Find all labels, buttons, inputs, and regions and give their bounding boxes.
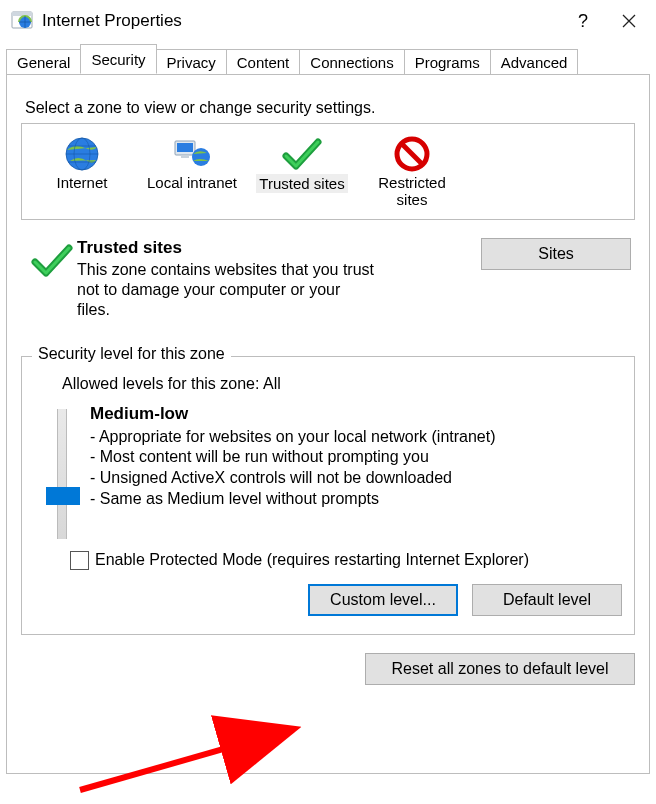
globe-icon [36, 134, 128, 174]
intranet-icon [146, 134, 238, 174]
checkmark-icon [256, 134, 348, 174]
tab-connections[interactable]: Connections [299, 49, 404, 75]
reset-all-zones-button[interactable]: Reset all zones to default level [365, 653, 635, 685]
sites-button[interactable]: Sites [481, 238, 631, 270]
allowed-levels-label: Allowed levels for this zone: All [62, 375, 622, 393]
zone-label: Internet [36, 174, 128, 191]
zone-restricted-sites[interactable]: Restricted sites [366, 132, 458, 209]
level-bullet: - Appropriate for websites on your local… [90, 427, 622, 448]
zone-local-intranet[interactable]: Local intranet [146, 132, 238, 209]
tab-strip: General Security Privacy Content Connect… [0, 42, 656, 74]
zone-label: Local intranet [146, 174, 238, 191]
zone-detail: Trusted sites This zone contains website… [21, 230, 635, 320]
zone-instruction: Select a zone to view or change security… [25, 99, 635, 117]
internet-options-icon [10, 9, 34, 33]
level-name: Medium-low [90, 403, 622, 425]
zone-list-box: Internet Local intranet [21, 123, 635, 220]
zone-label: Trusted sites [256, 174, 347, 193]
tab-general[interactable]: General [6, 49, 81, 75]
protected-mode-checkbox[interactable] [70, 551, 89, 570]
zone-trusted-sites[interactable]: Trusted sites [256, 132, 348, 209]
security-level-slider[interactable] [57, 409, 67, 539]
slider-thumb[interactable] [46, 487, 80, 505]
custom-level-button[interactable]: Custom level... [308, 584, 458, 616]
level-bullet: - Most content will be run without promp… [90, 447, 622, 468]
svg-rect-1 [12, 12, 32, 16]
zone-internet[interactable]: Internet [36, 132, 128, 209]
svg-rect-8 [181, 155, 189, 158]
security-level-group: Security level for this zone Allowed lev… [21, 356, 635, 635]
tab-security[interactable]: Security [80, 44, 156, 74]
default-level-button[interactable]: Default level [472, 584, 622, 616]
titlebar: Internet Properties ? [0, 0, 656, 42]
help-button[interactable]: ? [560, 0, 606, 42]
tab-privacy[interactable]: Privacy [156, 49, 227, 75]
protected-mode-label: Enable Protected Mode (requires restarti… [95, 551, 529, 569]
close-button[interactable] [606, 0, 652, 42]
svg-point-9 [192, 148, 210, 166]
security-tab-panel: Select a zone to view or change security… [6, 74, 650, 774]
level-bullet: - Unsigned ActiveX controls will not be … [90, 468, 622, 489]
window-title: Internet Properties [42, 11, 560, 31]
zone-label: Restricted sites [366, 174, 458, 209]
level-bullet: - Same as Medium level without prompts [90, 489, 622, 510]
svg-rect-7 [177, 143, 193, 152]
tab-programs[interactable]: Programs [404, 49, 491, 75]
restricted-icon [366, 134, 458, 174]
tab-advanced[interactable]: Advanced [490, 49, 579, 75]
zone-heading: Trusted sites [77, 238, 471, 258]
zone-description: This zone contains websites that you tru… [77, 260, 377, 320]
checkmark-icon [27, 238, 77, 320]
svg-line-11 [402, 144, 422, 164]
tab-content[interactable]: Content [226, 49, 301, 75]
security-level-legend: Security level for this zone [32, 345, 231, 363]
